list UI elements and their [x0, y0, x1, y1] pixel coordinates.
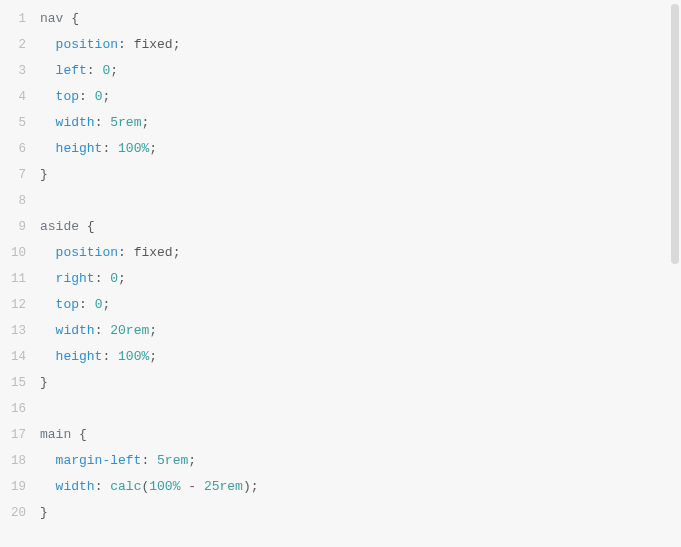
- code-token: [40, 63, 56, 78]
- code-line[interactable]: 12 top: 0;: [0, 292, 681, 318]
- code-content: main {: [40, 422, 87, 448]
- line-number: 8: [0, 188, 40, 214]
- code-token: ;: [188, 453, 196, 468]
- code-token: {: [63, 11, 79, 26]
- code-token: 5rem: [110, 115, 141, 130]
- code-token: 5rem: [157, 453, 188, 468]
- code-token: main: [40, 427, 71, 442]
- code-viewer: 1nav {2 position: fixed;3 left: 0;4 top:…: [0, 0, 681, 547]
- code-line[interactable]: 15}: [0, 370, 681, 396]
- code-token: :: [87, 63, 103, 78]
- line-number: 3: [0, 58, 40, 84]
- code-content: width: 20rem;: [40, 318, 157, 344]
- line-number: 6: [0, 136, 40, 162]
- code-line[interactable]: 17main {: [0, 422, 681, 448]
- code-token: position: [56, 37, 118, 52]
- code-line[interactable]: 10 position: fixed;: [0, 240, 681, 266]
- code-token: :: [79, 89, 95, 104]
- code-content: right: 0;: [40, 266, 126, 292]
- code-token: left: [56, 63, 87, 78]
- line-number: 15: [0, 370, 40, 396]
- code-token: [40, 37, 56, 52]
- code-line[interactable]: 11 right: 0;: [0, 266, 681, 292]
- code-token: [40, 323, 56, 338]
- line-number: 2: [0, 32, 40, 58]
- code-token: 20rem: [110, 323, 149, 338]
- code-token: [40, 141, 56, 156]
- code-token: :: [118, 245, 134, 260]
- code-line[interactable]: 7}: [0, 162, 681, 188]
- code-token: }: [40, 375, 48, 390]
- code-line[interactable]: 9aside {: [0, 214, 681, 240]
- code-token: [40, 453, 56, 468]
- code-token: -: [180, 479, 203, 494]
- code-line[interactable]: 2 position: fixed;: [0, 32, 681, 58]
- code-token: ;: [173, 245, 181, 260]
- code-token: :: [102, 349, 118, 364]
- code-token: position: [56, 245, 118, 260]
- code-token: ;: [110, 63, 118, 78]
- code-token: [40, 89, 56, 104]
- code-line[interactable]: 1nav {: [0, 6, 681, 32]
- code-content: position: fixed;: [40, 32, 180, 58]
- code-line[interactable]: 8: [0, 188, 681, 214]
- code-token: :: [95, 115, 111, 130]
- code-token: fixed: [134, 37, 173, 52]
- code-token: 100%: [118, 141, 149, 156]
- code-token: top: [56, 297, 79, 312]
- code-token: calc: [110, 479, 141, 494]
- line-number: 18: [0, 448, 40, 474]
- code-token: :: [95, 323, 111, 338]
- code-line[interactable]: 18 margin-left: 5rem;: [0, 448, 681, 474]
- code-token: 100%: [149, 479, 180, 494]
- code-token: :: [95, 271, 111, 286]
- code-token: height: [56, 349, 103, 364]
- code-line[interactable]: 3 left: 0;: [0, 58, 681, 84]
- code-content: left: 0;: [40, 58, 118, 84]
- code-token: :: [141, 453, 157, 468]
- code-token: ;: [149, 323, 157, 338]
- code-token: :: [118, 37, 134, 52]
- code-content: height: 100%;: [40, 136, 157, 162]
- code-content: }: [40, 370, 48, 396]
- code-line[interactable]: 13 width: 20rem;: [0, 318, 681, 344]
- scrollbar-thumb[interactable]: [671, 4, 679, 264]
- code-token: ;: [149, 349, 157, 364]
- code-token: ;: [102, 297, 110, 312]
- code-content: width: calc(100% - 25rem);: [40, 474, 259, 500]
- code-line[interactable]: 4 top: 0;: [0, 84, 681, 110]
- code-line[interactable]: 20}: [0, 500, 681, 526]
- code-token: width: [56, 323, 95, 338]
- code-token: ;: [149, 141, 157, 156]
- code-content: top: 0;: [40, 292, 110, 318]
- code-line[interactable]: 6 height: 100%;: [0, 136, 681, 162]
- line-number: 1: [0, 6, 40, 32]
- code-token: {: [79, 219, 95, 234]
- code-token: }: [40, 167, 48, 182]
- code-line[interactable]: 5 width: 5rem;: [0, 110, 681, 136]
- scrollbar-track[interactable]: [671, 4, 679, 543]
- line-number: 11: [0, 266, 40, 292]
- code-line[interactable]: 19 width: calc(100% - 25rem);: [0, 474, 681, 500]
- code-token: [40, 115, 56, 130]
- code-token: top: [56, 89, 79, 104]
- code-token: height: [56, 141, 103, 156]
- code-content: margin-left: 5rem;: [40, 448, 196, 474]
- code-token: ;: [118, 271, 126, 286]
- code-token: ;: [102, 89, 110, 104]
- code-token: :: [102, 141, 118, 156]
- code-token: ;: [173, 37, 181, 52]
- code-token: :: [95, 479, 111, 494]
- code-token: [40, 271, 56, 286]
- code-token: ): [243, 479, 251, 494]
- code-line[interactable]: 14 height: 100%;: [0, 344, 681, 370]
- code-token: [40, 245, 56, 260]
- line-number: 13: [0, 318, 40, 344]
- line-number: 14: [0, 344, 40, 370]
- line-number: 19: [0, 474, 40, 500]
- code-token: 25rem: [204, 479, 243, 494]
- code-token: {: [71, 427, 87, 442]
- code-content: nav {: [40, 6, 79, 32]
- code-line[interactable]: 16: [0, 396, 681, 422]
- line-number: 7: [0, 162, 40, 188]
